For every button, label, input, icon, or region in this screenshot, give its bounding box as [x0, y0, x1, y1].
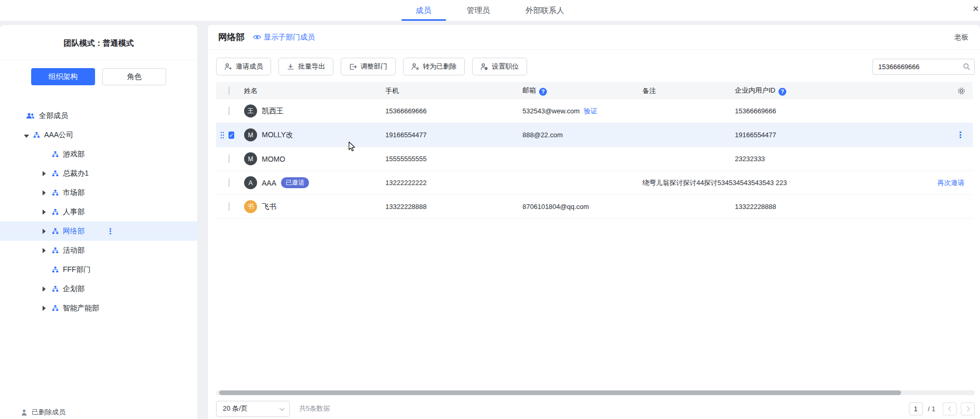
drag-handle-icon[interactable] — [220, 132, 224, 139]
batch-export-button[interactable]: 批量导出 — [278, 58, 333, 75]
org-chart-icon — [52, 247, 59, 254]
member-name: 飞书 — [262, 202, 276, 212]
roles-button[interactable]: 角色 — [102, 68, 166, 85]
show-sub-departments-link[interactable]: 显示子部门成员 — [253, 33, 315, 42]
row-checkbox[interactable] — [229, 202, 230, 211]
org-chart-icon — [52, 170, 59, 177]
org-chart-icon — [52, 305, 59, 311]
invited-badge: 已邀请 — [281, 177, 309, 188]
page-size-select[interactable]: 20 条/页 — [216, 401, 290, 417]
chevron-left-icon — [948, 406, 953, 411]
avatar: M — [244, 128, 257, 141]
tree-item-label: 全部成员 — [39, 111, 68, 121]
person-x-icon — [411, 63, 419, 71]
tree-item-dept[interactable]: 智能产能部 — [0, 298, 197, 318]
deleted-members-entry[interactable]: 已删除成员 — [21, 408, 65, 417]
sidebar-toggle: 组织架构 角色 — [0, 60, 197, 88]
tree-item-label: FFF部门 — [63, 265, 91, 274]
row-more-menu-icon[interactable]: ⋮ — [956, 130, 964, 140]
table-row[interactable]: M MOMO 15555555555 23232333 — [216, 147, 973, 171]
caret-right-icon — [43, 210, 46, 215]
org-chart-icon — [52, 151, 59, 158]
set-position-button[interactable]: 设置职位 — [472, 58, 527, 75]
member-search — [872, 59, 975, 75]
more-menu-icon[interactable]: ⋮ — [106, 227, 114, 236]
people-group-icon — [26, 112, 35, 120]
select-all-checkbox[interactable] — [229, 86, 230, 95]
owner-label: 老板 — [954, 33, 969, 42]
table-row[interactable]: 王 凯西王 15366669666 532543@wew.com验证 15366… — [216, 99, 973, 123]
member-remark: 绕弯儿翁探讨探讨44探讨534534543543543 223 — [642, 178, 735, 188]
tree-item-company[interactable]: AAA公司 — [0, 125, 197, 145]
move-out-icon — [349, 63, 357, 71]
col-header-remark: 备注 — [642, 86, 735, 96]
col-header-uid: 企业内用户ID? — [735, 86, 891, 96]
caret-right-icon — [43, 229, 46, 234]
caret-right-icon — [43, 171, 46, 176]
tree-item-dept[interactable]: FFF部门 — [0, 260, 197, 279]
caret-right-icon — [43, 306, 46, 311]
member-name: MOMO — [262, 155, 285, 163]
help-icon[interactable]: ? — [539, 88, 547, 96]
member-name: AAA — [262, 179, 276, 187]
row-checkbox[interactable] — [229, 178, 230, 187]
table-row[interactable]: 书 飞书 13322228888 8706101804@qq.com 13322… — [216, 195, 973, 219]
tree-item-dept-selected[interactable]: 网络部 ⋮ — [0, 221, 197, 241]
tab-external-contacts[interactable]: 外部联系人 — [508, 0, 582, 21]
move-to-deleted-button[interactable]: 转为已删除 — [403, 58, 465, 75]
row-checkbox-checked[interactable]: ✓ — [229, 132, 234, 139]
person-icon — [21, 409, 28, 416]
person-gear-icon — [480, 63, 488, 71]
member-phone: 13222222222 — [385, 179, 522, 187]
members-panel: 网络部 显示子部门成员 老板 邀请成员 批量导出 调整部门 转为已删除 设置职位 — [208, 25, 980, 419]
org-chart-icon — [52, 285, 59, 292]
member-toolbar: 邀请成员 批量导出 调整部门 转为已删除 设置职位 — [208, 50, 980, 75]
tree-item-label: 游戏部 — [63, 150, 85, 159]
horizontal-scrollbar-track[interactable] — [216, 390, 975, 395]
member-uid: 23232333 — [735, 155, 891, 163]
reinvite-link[interactable]: 再次邀请 — [937, 178, 964, 188]
department-title: 网络部 — [218, 31, 245, 43]
org-sidebar: 团队模式：普通模式 组织架构 角色 全部成员 AAA公司 游戏部 — [0, 25, 197, 419]
invite-member-button[interactable]: 邀请成员 — [216, 58, 271, 75]
current-page-box[interactable]: 1 — [909, 402, 923, 415]
verify-email-link[interactable]: 验证 — [584, 107, 597, 115]
table-header-row: 姓名 手机 邮箱? 备注 企业内用户ID? — [216, 82, 973, 99]
tree-item-all-members[interactable]: 全部成员 — [0, 106, 197, 125]
member-uid: 13322228888 — [735, 203, 891, 211]
caret-right-icon — [43, 286, 46, 292]
tree-item-dept[interactable]: 人事部 — [0, 202, 197, 221]
tree-item-dept[interactable]: 市场部 — [0, 183, 197, 202]
member-phone: 19166554477 — [385, 131, 522, 139]
search-icon[interactable] — [963, 63, 970, 70]
department-tree: 全部成员 AAA公司 游戏部 总裁办1 — [0, 106, 197, 318]
tree-item-dept[interactable]: 企划部 — [0, 279, 197, 298]
next-page-button[interactable] — [961, 402, 975, 415]
row-checkbox[interactable] — [229, 154, 230, 163]
column-settings-gear-icon[interactable] — [957, 87, 965, 95]
org-structure-button[interactable]: 组织架构 — [31, 68, 95, 85]
tree-item-label: 活动部 — [63, 246, 85, 255]
org-chart-icon — [52, 266, 59, 273]
caret-right-icon — [43, 248, 46, 253]
tree-item-dept[interactable]: 游戏部 — [0, 145, 197, 164]
avatar: 王 — [244, 104, 257, 117]
avatar: M — [244, 152, 257, 165]
adjust-department-button[interactable]: 调整部门 — [341, 58, 396, 75]
search-input[interactable] — [878, 63, 963, 71]
prev-page-button[interactable] — [943, 402, 957, 415]
close-icon[interactable]: ✕ — [972, 5, 979, 12]
tree-item-label: 企划部 — [63, 284, 85, 294]
table-row-selected[interactable]: ✓ M MOLLY改 19166554477 888@22.com 191665… — [216, 123, 973, 147]
help-icon[interactable]: ? — [778, 88, 786, 96]
tree-item-label: AAA公司 — [44, 130, 73, 140]
tree-item-dept[interactable]: 总裁办1 — [0, 164, 197, 183]
org-chart-icon — [52, 189, 59, 196]
table-row[interactable]: A AAA 已邀请 13222222222 绕弯儿翁探讨探讨44探讨534534… — [216, 171, 973, 195]
person-plus-icon — [224, 63, 232, 71]
tree-item-dept[interactable]: 活动部 — [0, 241, 197, 260]
horizontal-scrollbar-thumb[interactable] — [219, 390, 901, 395]
tab-admins[interactable]: 管理员 — [449, 0, 508, 21]
row-checkbox[interactable] — [229, 107, 230, 115]
tab-members[interactable]: 成员 — [398, 0, 449, 21]
